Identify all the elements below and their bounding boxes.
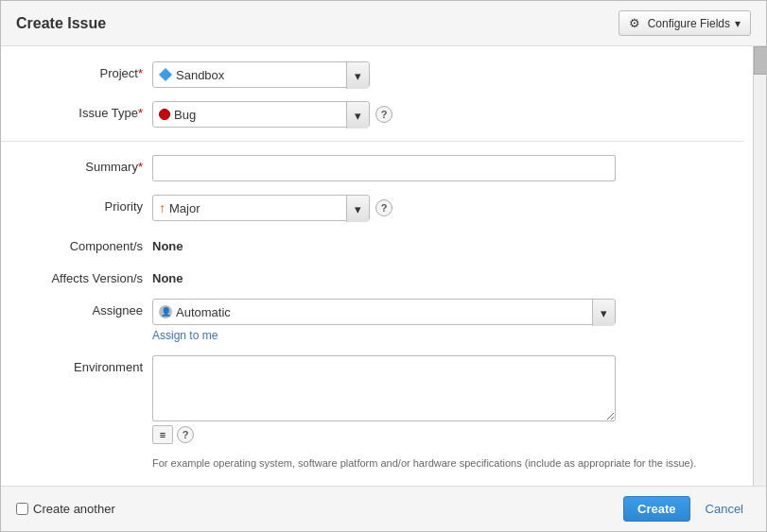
configure-fields-label: Configure Fields <box>648 17 730 30</box>
project-label: Project* <box>1 61 152 80</box>
components-control: None <box>152 234 743 253</box>
cancel-button[interactable]: Cancel <box>698 497 751 521</box>
environment-help-icon[interactable]: ? <box>177 426 194 443</box>
priority-select[interactable]: ↑ Major ▾ <box>152 195 370 221</box>
issue-type-select-wrapper: Bug ▾ <box>152 101 370 128</box>
project-control: Sandbox ▾ <box>152 61 743 88</box>
assignee-col: 👤 Automatic ▾ Assign to me <box>152 299 616 342</box>
gear-icon: ⚙ <box>629 16 640 30</box>
summary-row: Summary* <box>1 155 766 181</box>
bug-icon <box>159 109 170 120</box>
summary-control <box>152 155 743 181</box>
issue-type-dropdown-arrow: ▾ <box>346 102 369 129</box>
dialog-body: Project* Sandbox ▾ Issue Type* <box>1 46 766 486</box>
components-row: Component/s None <box>1 234 766 253</box>
issue-type-value: Bug <box>174 108 196 122</box>
issue-type-row: Issue Type* Bug ▾ ? <box>1 101 766 128</box>
priority-label: Priority <box>1 195 152 214</box>
assignee-dropdown-arrow: ▾ <box>592 300 615 326</box>
affects-version-value: None <box>152 266 183 285</box>
environment-hint: For example operating system, software p… <box>1 457 766 472</box>
priority-arrow-up-icon: ↑ <box>159 200 166 215</box>
assignee-control: 👤 Automatic ▾ Assign to me <box>152 299 743 342</box>
issue-type-label: Issue Type* <box>1 101 152 120</box>
create-another-checkbox[interactable] <box>16 503 28 515</box>
affects-version-row: Affects Version/s None <box>1 266 766 285</box>
textarea-toolbar: ≡ ? <box>152 425 616 444</box>
form-separator <box>1 141 743 142</box>
create-issue-dialog: Create Issue ⚙ Configure Fields ▾ Projec… <box>0 0 767 532</box>
assignee-select-wrapper: 👤 Automatic ▾ <box>152 299 616 325</box>
environment-row: Environment ≡ ? <box>1 355 766 444</box>
components-value: None <box>152 234 183 253</box>
summary-input[interactable] <box>152 155 616 181</box>
project-icon <box>159 68 172 81</box>
issue-type-help-icon[interactable]: ? <box>375 106 392 123</box>
configure-fields-button[interactable]: ⚙ Configure Fields ▾ <box>619 10 751 36</box>
issue-type-required-star: * <box>138 106 143 120</box>
project-required-star: * <box>138 66 143 80</box>
priority-row: Priority ↑ Major ▾ ? <box>1 195 766 221</box>
create-another-text: Create another <box>33 502 115 516</box>
issue-type-select[interactable]: Bug ▾ <box>152 101 370 128</box>
environment-control: ≡ ? <box>152 355 743 444</box>
priority-dropdown-arrow: ▾ <box>346 196 369 222</box>
create-another-label[interactable]: Create another <box>16 502 115 516</box>
project-value: Sandbox <box>176 68 224 82</box>
components-label: Component/s <box>1 234 152 253</box>
assignee-label: Assignee <box>1 299 152 317</box>
create-button[interactable]: Create <box>623 496 689 522</box>
dialog-title: Create Issue <box>16 15 106 32</box>
affects-version-control: None <box>152 266 743 285</box>
assignee-row: Assignee 👤 Automatic ▾ Assign to me <box>1 299 766 342</box>
priority-select-wrapper: ↑ Major ▾ <box>152 195 370 221</box>
summary-label: Summary* <box>1 155 152 174</box>
assign-to-me-link[interactable]: Assign to me <box>152 329 616 342</box>
dialog-header: Create Issue ⚙ Configure Fields ▾ <box>1 1 766 46</box>
project-select-wrapper: Sandbox ▾ <box>152 61 370 88</box>
textarea-format-button[interactable]: ≡ <box>152 425 173 444</box>
environment-textarea[interactable] <box>152 355 616 421</box>
format-icon: ≡ <box>160 429 166 440</box>
priority-help-icon[interactable]: ? <box>375 199 392 216</box>
assignee-value: Automatic <box>176 305 231 319</box>
assignee-select[interactable]: 👤 Automatic ▾ <box>152 299 616 325</box>
project-dropdown-arrow: ▾ <box>346 62 369 89</box>
issue-type-control: Bug ▾ ? <box>152 101 743 128</box>
dialog-footer: Create another Create Cancel <box>1 486 766 531</box>
configure-fields-arrow-icon: ▾ <box>735 17 741 30</box>
priority-control: ↑ Major ▾ ? <box>152 195 743 221</box>
environment-label: Environment <box>1 355 152 374</box>
summary-required-star: * <box>138 160 143 174</box>
affects-version-label: Affects Version/s <box>1 266 152 285</box>
assignee-user-icon: 👤 <box>159 305 172 318</box>
scrollbar-track[interactable] <box>753 46 766 486</box>
footer-left: Create another <box>16 502 616 516</box>
environment-textarea-wrapper: ≡ ? <box>152 355 616 444</box>
scrollbar-thumb[interactable] <box>754 46 766 75</box>
priority-value: Major <box>169 201 200 215</box>
project-select[interactable]: Sandbox ▾ <box>152 61 370 88</box>
project-row: Project* Sandbox ▾ <box>1 61 766 88</box>
